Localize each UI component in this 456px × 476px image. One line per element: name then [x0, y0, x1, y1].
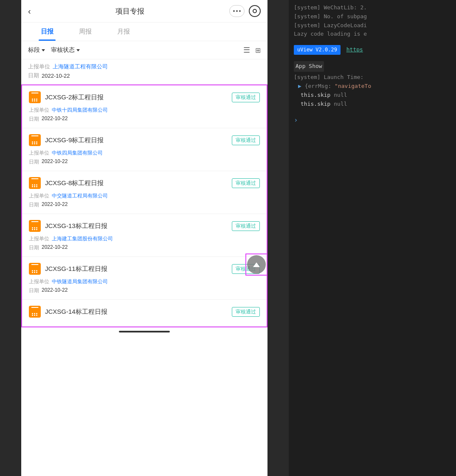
calendar-icon: [29, 134, 41, 146]
card-date: 日期 2022-10-22: [29, 115, 260, 123]
nav-bar: ‹ 项目专报: [21, 0, 267, 23]
app-show-label: App Show: [296, 63, 322, 69]
list-item[interactable]: JCXSG-11标工程日报 审核通过 上报单位 中铁隧道局集团有限公司 日期 2…: [22, 257, 267, 300]
dot-icon: [233, 10, 235, 12]
card-date: 日期 2022-10-22: [29, 287, 260, 294]
phone-ui: ‹ 项目专报 日报 周报 月报: [21, 0, 267, 476]
uview-badge: uView V2.0.29: [294, 45, 341, 55]
ide-log-line: ▶ {errMsg: "navigateTo: [294, 82, 451, 91]
ide-uview-line: uView V2.0.29 https: [294, 45, 451, 55]
list-item[interactable]: JCXSG-13标工程日报 审核通过 上报单位 上海建工集团股份有限公司 日期 …: [22, 214, 267, 257]
card-list-wrapper: JCXSG-2标工程日报 审核通过 上报单位 中铁十四局集团有限公司 日期 20…: [21, 84, 267, 327]
card-unit: 上报单位 中铁隧道局集团有限公司: [29, 278, 260, 285]
chevron-down-icon: [76, 49, 80, 51]
uview-link[interactable]: https: [346, 46, 363, 53]
status-badge: 审核通过: [232, 178, 260, 188]
status-badge: 审核通过: [232, 221, 260, 231]
ide-log-line: [system] No. of subpag: [294, 12, 451, 21]
card-title-row: JCXSG-11标工程日报: [29, 263, 107, 275]
dot-icon: [239, 10, 241, 12]
filter-bar: 标段 审核状态 ☰ ⊞: [21, 41, 267, 59]
list-item[interactable]: JCXSG-9标工程日报 审核通过 上报单位 中铁四局集团有限公司 日期 202…: [22, 128, 267, 171]
scroll-to-top-button[interactable]: [247, 255, 266, 274]
arrow-up-icon: [253, 262, 260, 267]
section-filter[interactable]: 标段: [28, 46, 45, 54]
calendar-icon: [29, 177, 41, 189]
ide-log-line: this.skip null: [294, 91, 451, 100]
ide-log-line: [system] WeChatLib: 2.: [294, 3, 451, 12]
card-header: JCXSG-8标工程日报 审核通过: [29, 177, 260, 189]
camera-icon: [253, 9, 257, 13]
nav-title: 项目专报: [115, 6, 144, 16]
filter-left: 标段 审核状态: [28, 46, 80, 54]
card-title-row: JCXSG-8标工程日报: [29, 177, 104, 189]
card-date: 日期 2022-10-22: [29, 158, 260, 166]
card-header: JCXSG-2标工程日报 审核通过: [29, 91, 260, 103]
date-info: 日期 2022-10-22: [28, 72, 261, 79]
dot-icon: [236, 10, 238, 12]
list-item[interactable]: JCXSG-14标工程日报 审核通过: [22, 300, 267, 327]
back-button[interactable]: ‹: [28, 6, 31, 16]
status-badge: 审核通过: [232, 93, 260, 102]
status-badge: 审核通过: [232, 135, 260, 145]
card-header: JCXSG-13标工程日报 审核通过: [29, 220, 260, 232]
list-item[interactable]: JCXSG-8标工程日报 审核通过 上报单位 中交隧道工程局有限公司 日期 20…: [22, 171, 267, 214]
nav-actions: [229, 5, 261, 17]
chevron-down-icon: [42, 49, 45, 51]
card-title-row: JCXSG-2标工程日报: [29, 91, 104, 103]
card-header: JCXSG-11标工程日报 审核通过: [29, 263, 260, 275]
ide-log-line: Lazy code loading is e: [294, 30, 451, 39]
bottom-bar: [21, 327, 267, 336]
card-header: JCXSG-9标工程日报 审核通过: [29, 134, 260, 146]
card-unit: 上报单位 上海建工集团股份有限公司: [29, 235, 260, 242]
ide-panel: [system] WeChatLib: 2. [system] No. of s…: [289, 0, 456, 476]
status-filter[interactable]: 审核状态: [51, 46, 80, 54]
list-view-icon[interactable]: ☰: [243, 45, 250, 55]
ide-app-show-line: App Show: [294, 61, 324, 72]
tab-daily[interactable]: 日报: [28, 23, 66, 41]
home-indicator: [119, 331, 170, 332]
card-title-row: JCXSG-9标工程日报: [29, 134, 104, 146]
card-unit: 上报单位 中交隧道工程局有限公司: [29, 192, 260, 200]
calendar-icon: [29, 220, 41, 232]
filter-right: ☰ ⊞: [243, 45, 261, 55]
status-badge: 审核通过: [232, 307, 260, 317]
unit-info: 上报单位 上海隧道工程有限公司: [28, 63, 261, 70]
calendar-view-icon[interactable]: ⊞: [255, 46, 261, 54]
calendar-icon: [29, 263, 41, 275]
ide-log-line: [system] LazyCodeLoadi: [294, 21, 451, 30]
list-item[interactable]: JCXSG-2标工程日报 审核通过 上报单位 中铁十四局集团有限公司 日期 20…: [22, 85, 267, 128]
card-title-row: JCXSG-14标工程日报: [29, 306, 107, 318]
tab-weekly[interactable]: 周报: [66, 23, 104, 41]
card-unit: 上报单位 中铁四局集团有限公司: [29, 149, 260, 157]
scroll-top-wrapper: [245, 253, 267, 276]
info-row: 上报单位 上海隧道工程有限公司 日期 2022-10-22: [21, 59, 267, 84]
tab-monthly[interactable]: 月报: [104, 23, 143, 41]
card-date: 日期 2022-10-22: [29, 201, 260, 208]
card-title-row: JCXSG-13标工程日报: [29, 220, 107, 232]
tab-bar: 日报 周报 月报: [21, 23, 267, 41]
card-header: JCXSG-14标工程日报 审核通过: [29, 306, 260, 318]
card-unit: 上报单位 中铁十四局集团有限公司: [29, 107, 260, 114]
camera-button[interactable]: [249, 5, 261, 17]
card-date: 日期 2022-10-22: [29, 244, 260, 251]
calendar-icon: [29, 91, 41, 103]
calendar-icon: [29, 306, 41, 318]
ide-cursor-line: ›: [294, 115, 451, 126]
ide-log-line: this.skip null: [294, 100, 451, 109]
phone-panel: ‹ 项目专报 日报 周报 月报: [0, 0, 289, 476]
more-options-button[interactable]: [229, 5, 245, 17]
ide-log-line: [system] Launch Time:: [294, 73, 451, 82]
